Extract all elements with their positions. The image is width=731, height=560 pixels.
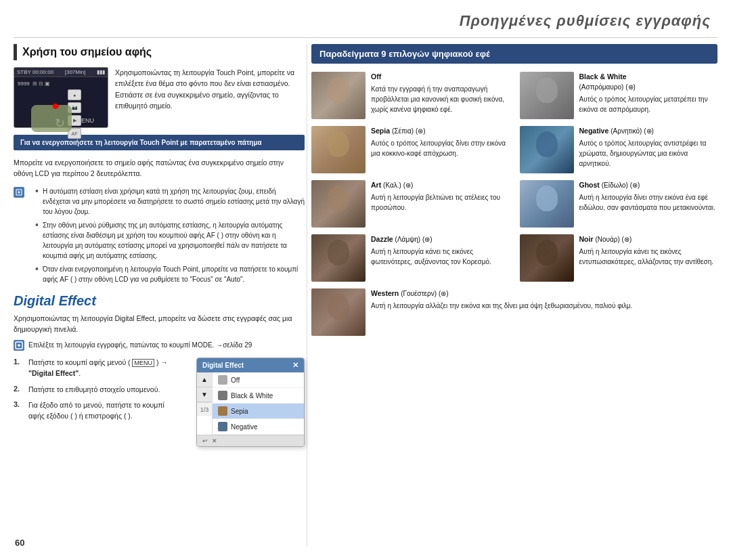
step-3: 3. Για έξοδο από το μενού, πατήστε το κο… bbox=[14, 400, 176, 422]
effect-desc-ghost: Αυτή η λειτουργία δίνει στην εικόνα ένα … bbox=[579, 192, 718, 213]
right-section-title: Παραδείγματα 9 επιλογών ψηφιακού εφέ bbox=[311, 44, 717, 64]
de-menu-counter: 1/3 bbox=[197, 402, 212, 416]
effect-title-art: Art (Καλ.) (⊛) bbox=[371, 180, 510, 190]
de-note: Επιλέξτε τη λειτουργία εγγραφής, πατώντα… bbox=[14, 340, 305, 351]
effect-desc-dazzle: Αυτή η λειτουργία κάνει τις εικόνες φωτε… bbox=[371, 246, 510, 267]
de-menu-close-icon[interactable]: ✕ bbox=[292, 361, 298, 370]
effect-title-western-text: Western bbox=[371, 289, 399, 297]
steps-list: 1. Πατήστε το κουμπί αφής μενού ( MENU )… bbox=[14, 358, 176, 427]
face-sepia bbox=[328, 131, 349, 157]
effect-thumb-western bbox=[311, 288, 366, 336]
effect-title-negative-text: Negative bbox=[579, 127, 609, 135]
effect-title-dazzle: Dazzle (Λάμψη) (⊛) bbox=[371, 234, 510, 244]
step-num-3: 3. bbox=[14, 400, 23, 408]
effect-subtitle-negative: (Αρνητικό) (⊛) bbox=[611, 127, 654, 135]
section-title-bar bbox=[14, 44, 17, 60]
camera-ui-area: STBY 00:00:00 [307Min] ▮▮▮ 9999 ⊞ ⊟ ▣ ↻ bbox=[14, 67, 305, 128]
menu-label: MENU bbox=[76, 117, 95, 124]
note-icon bbox=[14, 187, 24, 198]
header-divider bbox=[14, 37, 717, 38]
bullet-text-1: Η αυτόματη εστίαση είναι χρήσιμη κατά τη… bbox=[43, 186, 305, 217]
de-menu-item-off[interactable]: Off bbox=[213, 372, 304, 388]
digital-effect-menu: Digital Effect ✕ ▲ ▼ 1/3 Off Black & W bbox=[196, 358, 305, 447]
de-menu-controls: ▲ ▼ 1/3 Off Black & White Sepia bbox=[197, 372, 304, 435]
step-text-2: Πατήστε το επιθυμητό στοιχείο υπομενού. bbox=[28, 385, 160, 395]
effect-info-sepia: Sepia (Σέπια) (⊛) Αυτός ο τρόπος λειτουρ… bbox=[371, 126, 510, 158]
battery-icon: ▮▮▮ bbox=[97, 69, 105, 75]
de-menu-item-bw[interactable]: Black & White bbox=[213, 388, 304, 404]
effect-subtitle-western: (Γουέστερν) (⊛) bbox=[401, 290, 448, 297]
de-menu-down-btn[interactable]: ▼ bbox=[197, 387, 212, 402]
effect-info-negative: Negative (Αρνητικό) (⊛) Αυτός ο τρόπος λ… bbox=[579, 126, 718, 169]
de-menu-up-btn[interactable]: ▲ bbox=[197, 372, 212, 387]
effect-desc-art: Αυτή η λειτουργία βελτιώνει τις ατέλειες… bbox=[371, 192, 510, 213]
bullet-dot-3: • bbox=[35, 264, 39, 274]
effect-desc-sepia: Αυτός ο τρόπος λειτουργίας δίνει στην ει… bbox=[371, 138, 510, 158]
storage-display: 9999 ⊞ ⊟ ▣ bbox=[18, 81, 104, 87]
camera-screen-body: 9999 ⊞ ⊟ ▣ ↻ ● 📷 ▶ AF ME bbox=[14, 77, 108, 126]
de-menu-bottom-bar: ↩ ✕ bbox=[197, 435, 304, 446]
effect-title-noir-text: Noir bbox=[579, 235, 594, 243]
de-menu-exit-btn[interactable]: ✕ bbox=[212, 437, 217, 444]
steps-area: 1. Πατήστε το κουμπί αφής μενού ( MENU )… bbox=[14, 358, 305, 447]
face-off bbox=[328, 77, 349, 103]
effect-title-dazzle-text: Dazzle bbox=[371, 235, 393, 243]
de-menu-item-negative-label: Negative bbox=[231, 423, 257, 431]
effect-thumb-off bbox=[311, 72, 366, 119]
effect-off: Off Κατά την εγγραφή ή την αναπαραγωγή π… bbox=[311, 72, 510, 119]
sub-text: Μπορείτε να ενεργοποιήσετε το σημείο αφή… bbox=[14, 157, 305, 179]
page-title: Προηγμένες ρυθμίσεις εγγραφής bbox=[460, 12, 711, 30]
step-num-2: 2. bbox=[14, 385, 23, 393]
effect-info-art: Art (Καλ.) (⊛) Αυτή η λειτουργία βελτιών… bbox=[371, 180, 510, 213]
note-section: • Η αυτόματη εστίαση είναι χρήσιμη κατά … bbox=[14, 186, 305, 288]
effect-thumb-negative bbox=[520, 126, 574, 173]
face-art bbox=[328, 186, 349, 211]
effect-bw: Black & White (Ασπρόμαυρο) (⊛) Αυτός ο τ… bbox=[520, 72, 718, 119]
effect-ghost: Ghost (Είδωλο) (⊛) Αυτή η λειτουργία δίν… bbox=[520, 180, 718, 228]
de-note-text: Επιλέξτε τη λειτουργία εγγραφής, πατώντα… bbox=[28, 340, 252, 350]
effect-title-sepia: Sepia (Σέπια) (⊛) bbox=[371, 126, 510, 136]
stby-label: STBY 00:00:00 bbox=[17, 69, 53, 75]
de-intro: Χρησιμοποιώντας τη λειτουργία Digital Ef… bbox=[14, 313, 305, 335]
digital-effect-title: Digital Effect bbox=[14, 293, 305, 309]
face-bw bbox=[536, 77, 558, 103]
effect-desc-negative: Αυτός ο τρόπος λειτουργίας αντιστρέφει τ… bbox=[579, 138, 718, 169]
effect-negative: Negative (Αρνητικό) (⊛) Αυτός ο τρόπος λ… bbox=[520, 126, 718, 173]
effect-thumb-sepia bbox=[311, 126, 366, 173]
effect-art: Art (Καλ.) (⊛) Αυτή η λειτουργία βελτιών… bbox=[311, 180, 510, 228]
effect-info-off: Off Κατά την εγγραφή ή την αναπαραγωγή π… bbox=[371, 72, 510, 114]
page-number: 60 bbox=[15, 538, 24, 548]
de-menu-header: Digital Effect ✕ bbox=[197, 358, 304, 372]
effect-desc-western: Αυτή η λειτουργία αλλάζει την εικόνα και… bbox=[371, 301, 717, 311]
effect-dazzle: Dazzle (Λάμψη) (⊛) Αυτή η λειτουργία κάν… bbox=[311, 234, 510, 282]
effect-title-bw: Black & White (Ασπρόμαυρο) (⊛) bbox=[579, 72, 718, 92]
effect-info-bw: Black & White (Ασπρόμαυρο) (⊛) Αυτός ο τ… bbox=[579, 72, 718, 114]
effect-subtitle-art: (Καλ.) (⊛) bbox=[383, 181, 413, 189]
effect-subtitle-sepia: (Σέπια) (⊛) bbox=[392, 127, 426, 135]
step-text-3: Για έξοδο από το μενού, πατήστε το κουμπ… bbox=[28, 400, 176, 422]
btn-rec[interactable]: ● bbox=[68, 89, 81, 100]
de-menu-item-negative[interactable]: Negative bbox=[213, 419, 304, 435]
effect-title-bw-text: Black & White bbox=[579, 72, 627, 81]
de-note-icon bbox=[14, 340, 24, 351]
effect-desc-bw: Αυτός ο τρόπος λειτουργίας μετατρέπει τη… bbox=[579, 94, 718, 114]
camera-screen: STBY 00:00:00 [307Min] ▮▮▮ 9999 ⊞ ⊟ ▣ ↻ bbox=[14, 67, 108, 128]
de-menu-items-list: Off Black & White Sepia Negative bbox=[213, 372, 304, 435]
de-menu-item-sepia[interactable]: Sepia bbox=[213, 404, 304, 419]
de-menu-negative-icon bbox=[218, 422, 227, 431]
effect-info-ghost: Ghost (Είδωλο) (⊛) Αυτή η λειτουργία δίν… bbox=[579, 180, 718, 213]
section-title: Χρήση του σημείου αφής bbox=[22, 46, 152, 58]
effect-subtitle-ghost: (Είδωλο) (⊛) bbox=[602, 181, 640, 189]
de-menu-off-icon bbox=[218, 375, 227, 385]
face-western bbox=[328, 294, 349, 320]
de-menu-back-btn[interactable]: ↩ bbox=[202, 437, 208, 444]
right-column: Παραδείγματα 9 επιλογών ψηφιακού εφέ Off… bbox=[311, 44, 717, 336]
effect-subtitle-noir: (Νουάρ) (⊛) bbox=[595, 236, 632, 243]
map-shape bbox=[31, 105, 72, 132]
face-dazzle bbox=[328, 240, 349, 265]
step-num-1: 1. bbox=[14, 358, 23, 366]
effect-thumb-bw bbox=[520, 72, 574, 119]
de-menu-item-off-label: Off bbox=[231, 376, 240, 384]
bullet-dot: • bbox=[35, 186, 39, 196]
effect-info-western: Western (Γουέστερν) (⊛) Αυτή η λειτουργί… bbox=[371, 288, 717, 311]
